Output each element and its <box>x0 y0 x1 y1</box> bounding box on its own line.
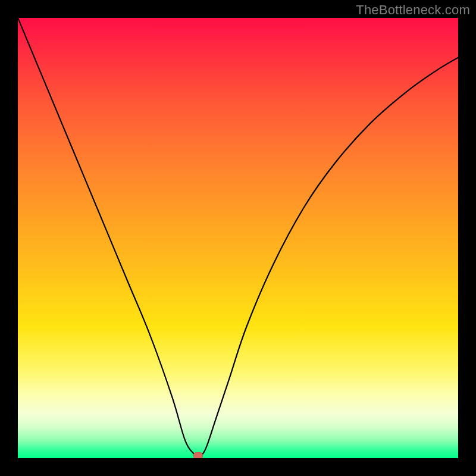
bottleneck-curve <box>18 18 458 458</box>
watermark-text: TheBottleneck.com <box>356 2 470 18</box>
plot-area <box>18 18 458 458</box>
minimum-marker <box>193 452 203 458</box>
chart-frame: TheBottleneck.com <box>0 0 476 476</box>
